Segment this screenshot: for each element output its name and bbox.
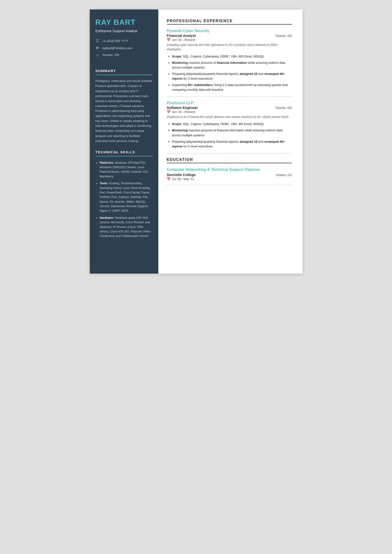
summary-text: Prodigious, meticulous and result-orient… <box>95 78 153 143</box>
exp-divider-1 <box>167 96 292 97</box>
job-1-location: Toronto, ON <box>275 34 292 38</box>
calendar-icon-1: 📅 <box>167 38 171 42</box>
calendar-icon-2: 📅 <box>167 110 171 114</box>
education-divider <box>167 163 292 163</box>
summary-heading: SUMMARY <box>95 69 153 73</box>
skill-platforms: Platforms: Windows XP/Vista/7/10, Window… <box>100 161 153 179</box>
edu-location-1: Ontario, CA <box>276 173 292 177</box>
calendar-icon-edu: 📅 <box>167 177 171 181</box>
skill-tools: Tools: Routing, Troubleshooting (includi… <box>100 181 153 213</box>
candidate-title: Enterprise Support Analyst <box>95 28 153 33</box>
edu-school-1: Senriette College <box>167 173 196 177</box>
contact-list: ☐ +1 (333) 555 7777 ✉ raybart@hiration.c… <box>95 39 153 60</box>
job-2-bullet-3: Preparing daily/weekly/quarterly financi… <box>172 139 292 149</box>
bottom-space <box>167 189 292 265</box>
contact-phone: ☐ +1 (333) 555 7777 <box>95 39 153 43</box>
exp-divider-2 <box>167 153 292 153</box>
job-2-dates: 📅 Jun '16 - Present <box>167 110 292 114</box>
job-1-bullet-4: Supporting 50+ stakeholders; fixing 2-3 … <box>172 83 292 92</box>
job-1-dates: 📅 Jun '16 - Present <box>167 38 292 42</box>
job-1-bullet-3: Preparing daily/weekly/quarterly financi… <box>172 72 292 81</box>
skill-hardware: Hardware: Desktop/Laptop (HP, Dell, Leno… <box>100 216 153 239</box>
company-2: Positronix LLP <box>167 101 292 105</box>
experience-divider <box>167 24 292 25</box>
phone-icon: ☐ <box>95 39 100 43</box>
experience-section-title: PROFESSIONAL EXPERIENCE <box>167 19 292 23</box>
skill-tools-label: Tools <box>100 182 107 185</box>
job-1-title: Financial Analyst <box>167 34 196 38</box>
job-entry-1: Pyramid Cyber Security Financial Analyst… <box>167 29 292 92</box>
job-2-title-row: Software Engineer Toronto, ON <box>167 106 292 110</box>
job-2-location: Toronto, ON <box>275 106 292 110</box>
email-icon: ✉ <box>95 46 100 50</box>
job-entry-2: Positronix LLP Software Engineer Toronto… <box>167 101 292 149</box>
job-2-bullet-1: Scope: SQL, Cognos, Cyberquery, ODBC, VB… <box>172 122 292 126</box>
contact-location: ⌂ Toronto, ON <box>95 53 153 57</box>
job-1-bullet-2: Monitoring massive amounts of financial … <box>172 61 292 70</box>
job-2-title: Software Engineer <box>167 106 198 110</box>
company-1: Pyramid Cyber Security <box>167 29 292 33</box>
skills-heading: TECHNICAL SKILLS <box>95 150 153 154</box>
skill-platforms-label: Platforms <box>100 161 113 164</box>
job-2-description: Positronix is an IT-based firm which del… <box>167 115 292 119</box>
sidebar: RAY BART Enterprise Support Analyst ☐ +1… <box>90 9 158 274</box>
candidate-name: RAY BART <box>95 18 153 27</box>
job-1-bullets: Scope: SQL, Cognos, Cyberquery, ODBC, VB… <box>167 54 292 92</box>
skills-divider <box>95 156 153 156</box>
skill-hardware-label: Hardware <box>100 216 113 220</box>
skills-list: Platforms: Windows XP/Vista/7/10, Window… <box>95 161 153 241</box>
contact-email: ✉ raybart@hiration.com <box>95 46 153 50</box>
location-icon: ⌂ <box>95 53 100 57</box>
edu-end-divider <box>167 185 292 185</box>
job-1-title-row: Financial Analyst Toronto, ON <box>167 34 292 38</box>
skill-tools-text: Routing, Troubleshooting (including Cisc… <box>100 182 151 212</box>
education-entry-1: Computer Networking & Technical Support … <box>167 167 292 181</box>
job-1-bullet-1: Scope: SQL, Cognos, Cyberquery, ODBC, VB… <box>172 54 292 59</box>
edu-school-row-1: Senriette College Ontario, CA <box>167 173 292 177</box>
job-2-bullet-2: Monitoring massive amounts of financial … <box>172 128 292 138</box>
job-1-description: A leading cyber security firm with opera… <box>167 43 292 52</box>
job-2-bullets: Scope: SQL, Cognos, Cyberquery, ODBC, VB… <box>167 122 292 149</box>
main-content: PROFESSIONAL EXPERIENCE Pyramid Cyber Se… <box>158 9 302 274</box>
edu-dates-1: 📅 Jul '09 - May '13 <box>167 177 292 181</box>
education-section-title: EDUCATION <box>167 158 292 162</box>
edu-degree-1: Computer Networking & Technical Support … <box>167 167 292 172</box>
summary-divider <box>95 75 153 75</box>
